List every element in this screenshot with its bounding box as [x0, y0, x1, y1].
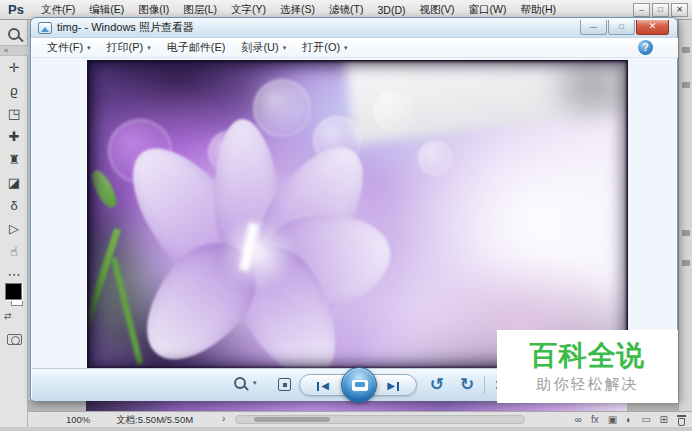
viewer-minimize-button[interactable]: — [580, 20, 607, 35]
tool-panel-collapse[interactable]: « [0, 45, 28, 56]
rotate-clockwise-button[interactable]: ↻ [460, 375, 474, 395]
next-bar-icon [397, 382, 399, 391]
ps-maximize-button[interactable]: □ [652, 3, 669, 17]
watermark-box: 百科全说 助你轻松解决 [497, 330, 678, 403]
prev-bar-icon [317, 382, 319, 391]
menu-label: 文件(F) [47, 40, 83, 55]
chevron-down-icon: ▾ [87, 44, 91, 52]
ps-menu-window[interactable]: 窗口(W) [462, 3, 514, 17]
menu-label: 电子邮件(E) [167, 40, 226, 55]
ps-menu-file[interactable]: 文件(F) [34, 3, 82, 17]
status-expander-icon[interactable]: › [222, 413, 225, 424]
photoshop-right-dock [678, 20, 692, 431]
horizontal-scrollbar[interactable] [235, 415, 525, 424]
menu-label: 刻录(U) [241, 40, 278, 55]
layer-mask-icon[interactable]: ▣ [608, 413, 617, 427]
toolbar-divider [484, 376, 485, 394]
magnifier-icon [234, 377, 246, 389]
slideshow-icon [352, 380, 368, 391]
ps-menu-image[interactable]: 图像(I) [131, 3, 176, 17]
ps-window-controls: – □ ✕ [633, 3, 692, 17]
rotate-counterclockwise-button[interactable]: ↺ [430, 375, 444, 395]
chevron-down-icon: ▾ [147, 44, 151, 52]
menu-label: 打印(P) [107, 40, 144, 55]
dock-panel-icon[interactable] [682, 260, 690, 266]
viewer-menu-open[interactable]: 打开(O) ▾ [295, 38, 354, 57]
photo-image [87, 60, 628, 369]
watermark-subtitle: 助你轻松解决 [537, 375, 639, 394]
ps-menu-type[interactable]: 文字(Y) [224, 3, 273, 17]
horizontal-scrollbar-thumb[interactable] [254, 417, 330, 422]
viewer-menu-burn[interactable]: 刻录(U) ▾ [234, 38, 293, 57]
move-tool[interactable]: ✛ [0, 57, 28, 79]
viewer-titlebar[interactable]: timg- - Windows 照片查看器 — □ ✕ [31, 18, 677, 38]
help-icon[interactable]: ? [638, 40, 653, 55]
play-slideshow-button[interactable] [341, 367, 377, 403]
previous-button[interactable]: ◀ [300, 375, 346, 397]
viewer-menu-print[interactable]: 打印(P) ▾ [100, 38, 158, 57]
ps-minimize-button[interactable]: – [633, 3, 650, 17]
clone-stamp-tool[interactable]: ♜ [0, 149, 28, 171]
prev-arrow-icon: ◀ [321, 375, 329, 397]
next-arrow-icon: ▶ [387, 375, 395, 397]
ps-menu-edit[interactable]: 编辑(E) [82, 3, 131, 17]
ps-menu-view[interactable]: 视图(V) [413, 3, 462, 17]
ps-menu-filter[interactable]: 滤镜(T) [322, 3, 370, 17]
chevron-down-icon: ▾ [344, 44, 348, 52]
swap-colors-icon[interactable]: ⇄ [4, 311, 12, 321]
link-icon[interactable]: ∞ [575, 413, 582, 427]
menu-label: 打开(O) [302, 40, 340, 55]
healing-brush-tool[interactable]: ✚ [0, 126, 28, 148]
viewer-menubar: 文件(F) ▾ 打印(P) ▾ 电子邮件(E) 刻录(U) ▾ 打开(O) ▾ [32, 38, 678, 58]
dock-panel-icon[interactable] [682, 82, 690, 88]
dock-panel-icon[interactable] [682, 230, 690, 236]
adjustment-icon[interactable]: ◐ [626, 413, 632, 427]
viewer-window-controls: — □ ✕ [579, 20, 677, 35]
ps-menu-help[interactable]: 帮助(H) [513, 3, 563, 17]
watermark-title: 百科全说 [530, 340, 646, 372]
window-bottom-edge [0, 427, 692, 431]
ps-menu-3d[interactable]: 3D(D) [371, 4, 413, 16]
viewer-menu-file[interactable]: 文件(F) ▾ [40, 38, 98, 57]
actual-size-button[interactable] [278, 378, 291, 391]
photoshop-window: Ps 文件(F) 编辑(E) 图像(I) 图层(L) 文字(Y) 选择(S) 滤… [0, 0, 692, 431]
viewer-close-button[interactable]: ✕ [636, 20, 669, 35]
new-layer-icon[interactable]: ⊞ [660, 413, 668, 427]
delete-layer-trash-icon[interactable] [677, 415, 686, 426]
chevron-down-icon: ▾ [253, 379, 257, 387]
ps-close-button[interactable]: ✕ [671, 3, 688, 17]
quick-mask-icon[interactable] [7, 334, 22, 345]
hand-tool[interactable]: ☝ [0, 241, 28, 263]
viewer-content-area [36, 58, 674, 370]
photo-vignette-frame [88, 61, 627, 368]
photoshop-logo: Ps [8, 2, 24, 17]
photoshop-statusbar: 100% 文档:5.50M/5.50M › ∞ fx ▣ ◐ ▭ ⊞ [28, 411, 692, 427]
viewer-menu-email[interactable]: 电子邮件(E) [160, 38, 233, 57]
crop-tool[interactable]: ◳ [0, 103, 28, 125]
viewer-window-title: timg- - Windows 照片查看器 [57, 20, 194, 35]
chevron-down-icon: ▾ [283, 44, 287, 52]
photo-viewer-app-icon [38, 22, 52, 34]
ps-menu-select[interactable]: 选择(S) [273, 3, 322, 17]
viewer-maximize-button[interactable]: □ [608, 20, 635, 35]
dock-panel-icon[interactable] [682, 47, 690, 53]
zoom-level-value[interactable]: 100% [66, 414, 90, 425]
eraser-tool[interactable]: ◪ [0, 172, 28, 194]
foreground-color-swatch[interactable] [5, 283, 22, 300]
effects-icon[interactable]: fx [591, 413, 599, 427]
search-icon[interactable] [8, 28, 20, 40]
blur-tool[interactable]: δ [0, 195, 28, 217]
layers-panel-buttons: ∞ fx ▣ ◐ ▭ ⊞ [575, 413, 686, 427]
group-icon[interactable]: ▭ [641, 413, 650, 427]
direct-selection-tool[interactable]: ▷ [0, 218, 28, 240]
ps-menu-layer[interactable]: 图层(L) [176, 3, 224, 17]
zoom-button[interactable]: ▾ [234, 377, 257, 389]
lasso-tool[interactable]: ϱ [0, 80, 28, 102]
document-size-value: 文档:5.50M/5.50M [116, 414, 193, 427]
photoshop-tool-panel: « ✛ ϱ ◳ ✚ ♜ ◪ δ ▷ ☝ ⋯ ⇄ [0, 20, 28, 431]
